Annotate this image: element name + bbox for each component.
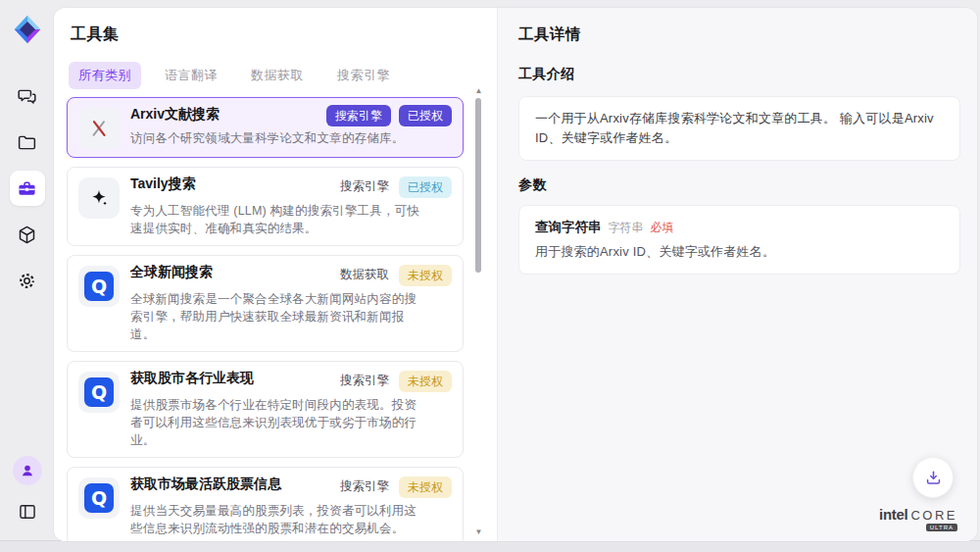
tab-search-engine[interactable]: 搜索引擎 [327,62,400,89]
params-heading: 参数 [518,176,960,194]
sidebar-item-files[interactable] [10,125,45,160]
app-logo [12,14,43,45]
tavily-star-icon [78,177,120,219]
tool-title: 获取股市各行业表现 [130,370,254,386]
panel-toggle-icon[interactable] [13,497,42,527]
list-scrollbar[interactable]: ▲ ▼ [474,87,483,535]
cube-icon [17,225,37,245]
tool-description: 全球新闻搜索是一个聚合全球各大新闻网站内容的搜索引擎，帮助用户快速获取全球最新资… [130,290,426,343]
scroll-down-arrow-icon[interactable]: ▼ [474,528,483,535]
category-badge: 搜索引擎 [338,175,391,199]
sidebar-bottom [13,456,42,527]
param-name: 查询字符串 [535,219,602,236]
download-icon [924,469,943,487]
app-root: 工具集 所有类别 语言翻译 数据获取 搜索引擎 [0,0,980,541]
tool-details-pane: 工具详情 工具介绍 一个用于从Arxiv存储库搜索科学论文和文章的工具。 输入可… [497,8,977,541]
core-wordmark: core [910,509,957,522]
category-badge: 搜索引擎 [338,369,391,393]
tool-description: 访问各个研究领域大量科学论文和文章的存储库。 [130,129,426,147]
param-required-flag: 必填 [651,220,674,236]
status-badge: 未授权 [399,265,452,286]
q-news-logo-icon: Q [78,372,120,413]
sidebar-item-chat[interactable] [10,78,45,114]
tool-card-global-news[interactable]: Q 全球新闻搜索 数据获取 未授权 全球新闻搜索是一个聚合全球各大新闻网站内容的… [67,255,464,352]
intro-heading: 工具介绍 [518,66,960,83]
tool-card-arxiv[interactable]: Arxiv文献搜索 搜索引擎 已授权 访问各个研究领域大量科学论文和文章的存储库… [67,97,464,158]
param-type: 字符串 [609,220,644,236]
status-badge: 未授权 [399,477,452,498]
param-card: 查询字符串 字符串 必填 用于搜索的Arxiv ID、关键字或作者姓名。 [518,205,960,275]
category-badge: 搜索引擎 [326,105,391,126]
sidebar-nav [10,78,45,298]
status-badge: 已授权 [399,176,452,198]
tool-title: 获取市场最活跃股票信息 [130,476,281,492]
scroll-up-arrow-icon[interactable]: ▲ [474,87,483,94]
sidebar-item-settings[interactable] [10,263,45,298]
folder-icon [17,132,37,153]
param-description: 用于搜索的Arxiv ID、关键字或作者姓名。 [535,243,944,261]
scrollbar-thumb[interactable] [475,98,481,273]
intro-card: 一个用于从Arxiv存储库搜索科学论文和文章的工具。 输入可以是Arxiv ID… [518,96,960,161]
tool-description: 提供股票市场各个行业在特定时间段内的表现。投资者可以利用这些信息来识别表现优于或… [130,396,426,449]
tool-card-tavily[interactable]: Tavily搜索 搜索引擎 已授权 专为人工智能代理 (LLM) 构建的搜索引擎… [67,167,464,246]
category-badge: 数据获取 [338,263,391,287]
gear-icon [17,271,37,291]
sidebar-item-toolbox[interactable] [10,171,45,206]
tab-all-categories[interactable]: 所有类别 [69,62,141,89]
details-title: 工具详情 [518,25,960,45]
intel-core-logo: intel core ultra [879,507,957,531]
q-news-logo-icon: Q [78,266,120,307]
arxiv-logo-icon [78,108,120,149]
tool-description: 专为人工智能代理 (LLM) 构建的搜索引擎工具，可快速提供实时、准确和真实的结… [130,202,426,237]
category-tabs: 所有类别 语言翻译 数据获取 搜索引擎 [67,62,464,89]
tool-title: 全球新闻搜索 [130,264,213,280]
user-avatar-icon[interactable] [13,456,42,485]
toolset-pane: 工具集 所有类别 语言翻译 数据获取 搜索引擎 [54,8,497,541]
tab-language-translation[interactable]: 语言翻译 [155,62,227,89]
sidebar-item-packages[interactable] [10,217,45,252]
tool-card-sector-performance[interactable]: Q 获取股市各行业表现 搜索引擎 未授权 提供股票市场各个行业在特定时间段内的表… [67,361,464,458]
tab-data-acquisition[interactable]: 数据获取 [241,62,314,89]
page-title: 工具集 [67,25,464,45]
chat-icon [17,86,37,107]
toolbox-icon [17,178,37,199]
status-badge: 未授权 [399,371,452,392]
intel-wordmark: intel [879,507,907,522]
main-window: 工具集 所有类别 语言翻译 数据获取 搜索引擎 [54,8,977,541]
status-badge: 已授权 [399,105,452,126]
q-news-logo-icon: Q [78,477,120,519]
tool-description: 提供当天交易量最高的股票列表，投资者可以利用这些信息来识别流动性强的股票和潜在的… [130,502,426,537]
tool-title: Arxiv文献搜索 [130,106,220,123]
tool-card-most-active-stocks[interactable]: Q 获取市场最活跃股票信息 搜索引擎 未授权 提供当天交易量最高的股票列表，投资… [67,467,464,541]
ultra-badge: ultra [926,524,957,531]
tool-list: Arxiv文献搜索 搜索引擎 已授权 访问各个研究领域大量科学论文和文章的存储库… [67,97,464,541]
sidebar [0,0,54,540]
download-button[interactable] [912,457,954,498]
category-badge: 搜索引擎 [338,475,391,499]
tool-title: Tavily搜索 [130,176,196,192]
